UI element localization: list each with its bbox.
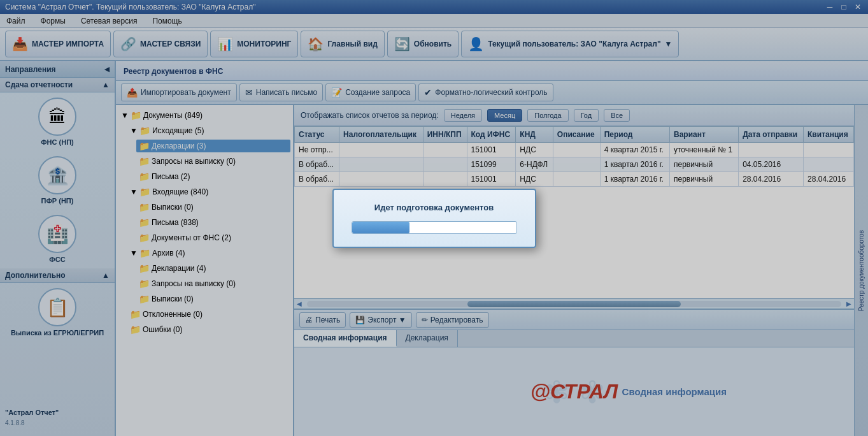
modal-dialog: Идет подготовка документов — [332, 189, 536, 248]
modal-overlay: Идет подготовка документов — [0, 0, 868, 436]
progress-bar-container — [352, 221, 517, 234]
progress-bar-fill — [352, 222, 409, 233]
modal-title: Идет подготовка документов — [374, 203, 494, 212]
